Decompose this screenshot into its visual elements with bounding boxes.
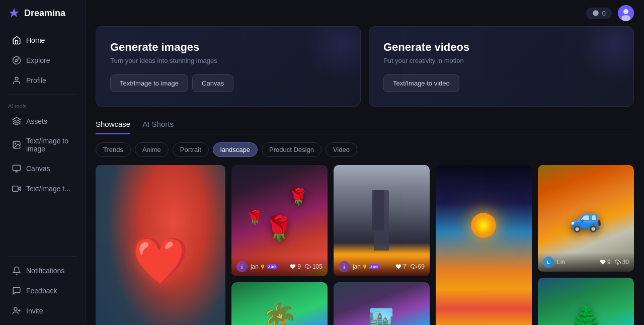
heart-icon-city: [395, 264, 401, 270]
bell-icon: [12, 266, 21, 275]
heart-icon-roses: [290, 264, 296, 270]
filter-video[interactable]: Video: [326, 142, 357, 157]
sidebar-item-notifications-label: Notifications: [26, 267, 64, 275]
content-section: Showcase AI Shorts Trends Anime Portrait…: [86, 115, 644, 325]
text-to-video-button[interactable]: Text/Image to video: [383, 74, 459, 92]
sidebar-item-invite[interactable]: Invite: [4, 301, 81, 320]
sidebar-item-explore[interactable]: Explore: [4, 51, 81, 70]
grid-col-4: j jan zoe 9: [436, 165, 532, 325]
header: 0: [86, 0, 644, 26]
sidebar-nav: Home Explore Profile AI tools Assets: [0, 26, 85, 325]
canvas-button[interactable]: Canvas: [192, 74, 233, 92]
filter-landscape[interactable]: landscape: [213, 142, 258, 157]
svg-point-11: [14, 307, 17, 310]
videos-card-subtitle: Put your creativity in motion: [383, 57, 619, 64]
images-card-subtitle: Turn your ideas into stunning images: [110, 57, 346, 64]
download-icon-city: [411, 264, 417, 270]
sidebar-item-assets-label: Assets: [26, 117, 47, 125]
pin-icon-city: [362, 264, 367, 269]
pin-icon: [260, 264, 265, 269]
filter-anime[interactable]: Anime: [135, 142, 169, 157]
sidebar-item-text-image[interactable]: Text/Image to image: [4, 132, 81, 158]
filter-portrait[interactable]: Portrait: [173, 142, 209, 157]
message-icon: [12, 286, 21, 295]
sidebar-item-profile[interactable]: Profile: [4, 71, 81, 90]
credit-icon: [592, 10, 599, 17]
grid-col-2: 🌹 🌹 🌹 j jan zoe: [231, 165, 328, 325]
divider-2: [8, 256, 77, 257]
tab-showcase[interactable]: Showcase: [96, 115, 130, 134]
images-card-title: Generate images: [110, 41, 346, 54]
app-name: Dreamina: [24, 8, 65, 19]
img-card-city[interactable]: j jan zoe 7: [334, 165, 430, 276]
img-card-forest[interactable]: 🌲 O Oteng 9: [538, 278, 634, 325]
svg-point-17: [621, 15, 630, 21]
compass-icon: [12, 56, 21, 65]
download-icon-car: [615, 259, 621, 265]
user-info-jan3: j jan zoe: [339, 261, 379, 272]
user-info-lin: L Lin: [543, 257, 565, 268]
user-icon: [12, 76, 21, 85]
user-avatar[interactable]: [618, 5, 634, 21]
sidebar-item-profile-label: Profile: [26, 76, 46, 85]
svg-point-5: [15, 143, 16, 144]
sidebar: Dreamina Home Explore Profile AI tools: [0, 0, 86, 325]
img-card-sunset[interactable]: j jan zoe 9: [436, 165, 532, 325]
video-icon: [12, 184, 21, 193]
divider-1: [8, 95, 77, 95]
sidebar-item-text-video[interactable]: Text/Image t...: [4, 179, 81, 198]
img-card-roses[interactable]: 🌹 🌹 🌹 j jan zoe: [231, 165, 328, 276]
home-icon: [12, 36, 21, 45]
credit-display: 0: [586, 8, 612, 19]
ai-tools-label: AI tools: [0, 99, 85, 111]
avatar-lin: L: [543, 257, 554, 268]
tab-ai-shorts[interactable]: AI Shorts: [142, 115, 174, 134]
svg-point-16: [623, 9, 628, 14]
svg-marker-3: [13, 118, 21, 122]
sidebar-item-invite-label: Invite: [26, 307, 43, 315]
filter-pills: Trends Anime Portrait landscape Product …: [96, 142, 634, 157]
sidebar-item-home[interactable]: Home: [4, 31, 81, 50]
canvas-icon: [12, 164, 21, 173]
sidebar-item-feedback-label: Feedback: [26, 287, 57, 295]
avatar-jan1: j: [236, 261, 248, 272]
svg-rect-6: [13, 165, 21, 171]
grid-col-3: j jan zoe 7: [334, 165, 430, 325]
generate-videos-card: Generate videos Put your creativity in m…: [369, 26, 634, 107]
sidebar-item-notifications[interactable]: Notifications: [4, 261, 81, 280]
sidebar-item-text-video-label: Text/Image t...: [26, 185, 70, 193]
text-to-image-button[interactable]: Text/Image to image: [110, 74, 188, 92]
city-overlay: j jan zoe 7: [334, 257, 430, 276]
generate-images-card: Generate images Turn your ideas into stu…: [96, 26, 361, 107]
roses-stats: 9 105: [290, 263, 323, 270]
sidebar-item-assets[interactable]: Assets: [4, 112, 81, 131]
videos-card-buttons: Text/Image to video: [383, 74, 619, 92]
sidebar-item-explore-label: Explore: [26, 56, 50, 64]
car-stats: 9 30: [600, 259, 629, 266]
svg-rect-10: [13, 186, 18, 192]
images-card-buttons: Text/Image to image Canvas: [110, 74, 346, 92]
avatar-jan3: j: [339, 261, 350, 272]
img-card-citynight[interactable]: 🏙️: [334, 282, 430, 325]
svg-marker-9: [18, 187, 21, 191]
credit-count: 0: [602, 10, 606, 17]
img-card-car[interactable]: 🚙 L Lin 9: [538, 165, 634, 272]
layers-icon: [12, 117, 21, 126]
main-content: 0 Generate images Turn your ideas into s…: [86, 0, 644, 325]
grid-col-5: 🚙 L Lin 9: [538, 165, 634, 325]
videos-card-title: Generate videos: [383, 41, 619, 54]
img-card-heart[interactable]: ❤️ GB GB 12: [96, 165, 225, 325]
svg-marker-1: [15, 59, 18, 62]
roses-overlay: j jan zoe 9: [231, 257, 328, 276]
img-card-palm[interactable]: 🌴: [231, 282, 328, 325]
sidebar-item-canvas[interactable]: Canvas: [4, 159, 81, 178]
avatar-image: [618, 5, 634, 21]
filter-trends[interactable]: Trends: [96, 142, 131, 157]
filter-product-design[interactable]: Product Design: [262, 142, 321, 157]
tab-bar: Showcase AI Shorts: [96, 115, 634, 134]
svg-point-0: [13, 57, 21, 64]
sidebar-item-text-image-label: Text/Image to image: [26, 137, 73, 153]
user-info-jan1: j jan zoe: [236, 261, 277, 272]
image-icon: [12, 140, 21, 149]
sidebar-item-feedback[interactable]: Feedback: [4, 281, 81, 300]
